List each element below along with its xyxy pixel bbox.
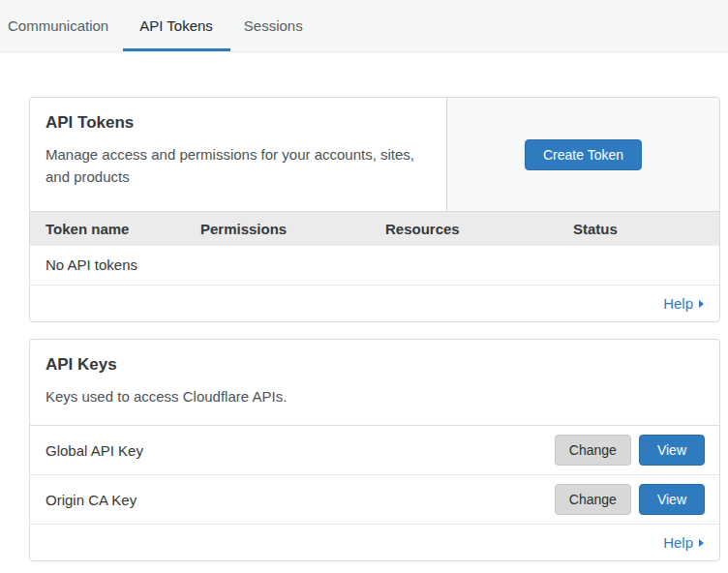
api-keys-card-footer: Help (30, 525, 719, 560)
token-table-header-resources: Resources (385, 221, 573, 237)
token-table-empty-row: No API tokens (30, 246, 719, 286)
api-tokens-title: API Tokens (46, 113, 431, 133)
api-tokens-description: Manage access and permissions for your a… (46, 143, 418, 189)
api-key-label: Global API Key (46, 442, 143, 459)
help-arrow-icon (699, 539, 704, 547)
create-token-button[interactable]: Create Token (525, 139, 642, 170)
api-key-actions: Change View (555, 484, 705, 515)
token-table-header-status: Status (573, 221, 719, 237)
api-key-label: Origin CA Key (46, 492, 136, 508)
token-table-header-permissions: Permissions (200, 221, 385, 237)
api-keys-help-link[interactable]: Help (663, 534, 704, 551)
api-key-row-origin-ca: Origin CA Key Change View (30, 475, 719, 525)
api-tokens-card-header-text: API Tokens Manage access and permissions… (30, 98, 446, 211)
tab-communication[interactable]: Communication (8, 0, 108, 51)
help-link-label: Help (663, 534, 693, 551)
change-global-api-key-button[interactable]: Change (555, 435, 631, 466)
help-link-label: Help (663, 295, 693, 312)
tab-api-tokens[interactable]: API Tokens (139, 0, 213, 51)
change-origin-ca-key-button[interactable]: Change (555, 484, 631, 515)
api-keys-card: API Keys Keys used to access Cloudflare … (29, 339, 720, 561)
tab-sessions[interactable]: Sessions (244, 0, 303, 51)
view-global-api-key-button[interactable]: View (639, 435, 705, 466)
token-table-header-row: Token name Permissions Resources Status (30, 211, 719, 246)
api-tokens-card: API Tokens Manage access and permissions… (29, 97, 720, 322)
view-origin-ca-key-button[interactable]: View (639, 484, 705, 515)
api-key-actions: Change View (555, 435, 705, 466)
api-keys-description: Keys used to access Cloudflare APIs. (46, 385, 418, 407)
api-keys-card-header: API Keys Keys used to access Cloudflare … (30, 340, 719, 426)
page-content: API Tokens Manage access and permissions… (0, 97, 728, 561)
api-tokens-card-header: API Tokens Manage access and permissions… (30, 98, 719, 211)
api-key-row-global: Global API Key Change View (30, 426, 719, 475)
token-table-header-token-name: Token name (46, 221, 200, 237)
api-keys-title: API Keys (46, 355, 704, 375)
api-tokens-card-footer: Help (30, 286, 719, 321)
settings-tab-bar: Communication API Tokens Sessions (0, 0, 728, 52)
help-arrow-icon (699, 300, 704, 308)
api-tokens-card-header-action: Create Token (446, 98, 719, 211)
api-tokens-help-link[interactable]: Help (663, 295, 704, 312)
